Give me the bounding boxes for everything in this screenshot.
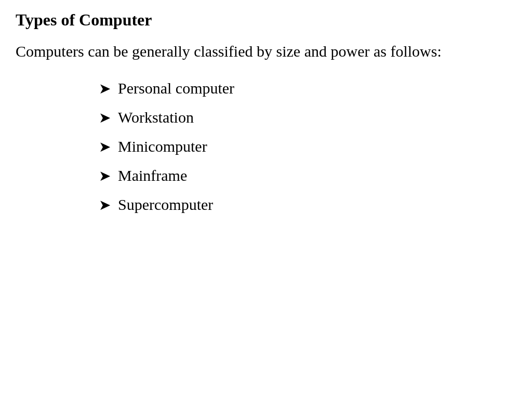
arrow-icon: ➤ bbox=[99, 196, 111, 214]
list-item-workstation: ➤Workstation bbox=[99, 109, 516, 126]
list-item-mainframe: ➤Mainframe bbox=[99, 167, 516, 184]
arrow-icon: ➤ bbox=[99, 109, 111, 126]
item-label-personal-computer: Personal computer bbox=[118, 79, 234, 97]
list-item-minicomputer: ➤Minicomputer bbox=[99, 138, 516, 155]
arrow-icon: ➤ bbox=[99, 167, 111, 184]
page-title: Types of Computer bbox=[16, 10, 516, 30]
item-label-supercomputer: Supercomputer bbox=[118, 196, 213, 214]
item-label-workstation: Workstation bbox=[118, 109, 194, 126]
item-label-minicomputer: Minicomputer bbox=[118, 138, 207, 155]
computer-types-list: ➤Personal computer➤Workstation➤Minicompu… bbox=[16, 79, 516, 214]
intro-paragraph: Computers can be generally classified by… bbox=[16, 39, 516, 64]
arrow-icon: ➤ bbox=[99, 80, 111, 97]
arrow-icon: ➤ bbox=[99, 138, 111, 155]
list-item-supercomputer: ➤Supercomputer bbox=[99, 196, 516, 214]
list-item-personal-computer: ➤Personal computer bbox=[99, 79, 516, 97]
item-label-mainframe: Mainframe bbox=[118, 167, 187, 184]
